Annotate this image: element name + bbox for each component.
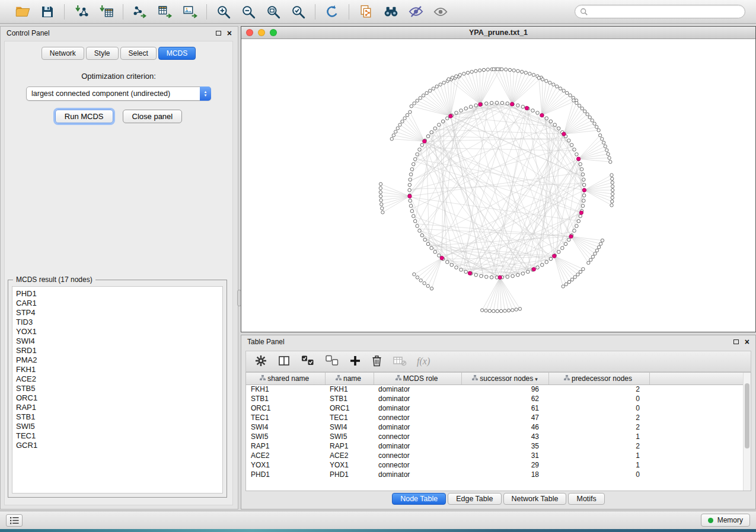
mcds-result-item[interactable]: SWI5 [16, 422, 219, 431]
zoom-in-button[interactable] [214, 2, 233, 21]
mcds-result-item[interactable]: STB1 [16, 412, 219, 422]
table-row[interactable]: PHD1PHD1dominator180 [246, 470, 745, 479]
function-builder-button[interactable]: f(x) [417, 356, 430, 367]
mcds-result-item[interactable]: STB5 [16, 384, 219, 393]
mcds-result-item[interactable]: CAR1 [16, 299, 219, 308]
column-header-name[interactable]: name [325, 373, 374, 384]
columns-icon [277, 354, 291, 367]
mcds-result-item[interactable]: SWI4 [16, 336, 219, 346]
select-all-button[interactable] [301, 354, 315, 369]
toolbar-separator [315, 4, 315, 20]
mcds-result-item[interactable]: SRD1 [16, 346, 219, 355]
show-columns-button[interactable] [277, 354, 291, 369]
hide-graphics-details-button[interactable] [406, 2, 425, 21]
search-network-button[interactable] [381, 2, 400, 21]
mcds-result-item[interactable]: GCR1 [16, 441, 219, 450]
import-table-button[interactable] [97, 2, 116, 21]
dropdown-stepper-icon: ▲▼ [200, 86, 211, 101]
table-row[interactable]: SWI5SWI5connector431 [246, 432, 745, 441]
mcds-result-item[interactable]: ORC1 [16, 393, 219, 403]
table-row[interactable]: YOX1YOX1connector291 [246, 460, 745, 470]
table-row[interactable]: FKH1FKH1dominator962 [246, 384, 745, 394]
window-close-button[interactable] [246, 29, 253, 36]
zoom-selected-button[interactable] [289, 2, 308, 21]
save-session-button[interactable] [38, 2, 57, 21]
mcds-result-item[interactable]: TEC1 [16, 431, 219, 441]
tab-motifs[interactable]: Motifs [568, 493, 604, 505]
tab-edge-table[interactable]: Edge Table [448, 493, 501, 505]
show-graphics-details-button[interactable] [431, 2, 450, 21]
mcds-result-item[interactable]: FKH1 [16, 365, 219, 374]
network-canvas[interactable] [241, 39, 755, 332]
refresh-view-button[interactable] [323, 2, 342, 21]
column-header-successor-nodes[interactable]: successor nodes▾ [461, 373, 548, 384]
table-mode-options-button[interactable] [254, 354, 267, 369]
control-panel-title: Control Panel [7, 29, 50, 37]
table-row[interactable]: TEC1TEC1connector472 [246, 413, 745, 422]
mcds-result-item[interactable]: STP4 [16, 308, 219, 318]
mcds-result-item[interactable]: YOX1 [16, 327, 219, 336]
column-type-icon [564, 375, 570, 381]
table-header-row: shared name name MCDS role successor nod… [246, 373, 745, 384]
tab-mcds[interactable]: MCDS [158, 47, 196, 60]
delete-columns-button[interactable] [371, 354, 382, 368]
window-zoom-button[interactable] [270, 29, 277, 36]
save-icon [40, 5, 55, 19]
tab-node-table[interactable]: Node Table [392, 493, 446, 505]
column-header-shared-name[interactable]: shared name [246, 373, 325, 384]
network-window-titlebar[interactable]: YPA_prune.txt_1 [241, 27, 755, 39]
show-panels-button[interactable] [6, 514, 23, 527]
close-panel-button[interactable]: Close panel [123, 110, 183, 123]
binoculars-icon [383, 4, 399, 20]
window-minimize-button[interactable] [258, 29, 265, 36]
sort-descending-icon: ▾ [535, 376, 538, 382]
search-input[interactable] [592, 8, 740, 16]
create-column-button[interactable] [349, 355, 361, 368]
tab-style[interactable]: Style [86, 47, 119, 60]
table-toolbar: f(x) [245, 351, 751, 372]
optimization-criterion-select[interactable]: largest connected component (undirected)… [26, 86, 211, 101]
tab-select[interactable]: Select [120, 47, 157, 60]
node-table: shared name name MCDS role successor nod… [245, 372, 751, 491]
table-panel: Table Panel × f(x) [241, 335, 756, 509]
export-network-button[interactable] [130, 2, 149, 21]
close-panel-icon[interactable]: × [227, 30, 232, 36]
memory-button[interactable]: Memory [701, 514, 750, 527]
mcds-result-item[interactable]: PHD1 [16, 289, 219, 299]
close-table-panel-icon[interactable]: × [745, 339, 749, 345]
tab-network-table[interactable]: Network Table [503, 493, 567, 505]
mcds-result-item[interactable]: PMA2 [16, 355, 219, 365]
search-icon [580, 8, 588, 16]
run-mcds-button[interactable]: Run MCDS [55, 110, 113, 123]
mcds-result-list[interactable]: PHD1CAR1STP4TID3YOX1SWI4SRD1PMA2FKH1ACE2… [12, 286, 223, 493]
table-row[interactable]: ACE2ACE2connector311 [246, 451, 745, 460]
table-row[interactable]: STB1STB1dominator620 [246, 394, 745, 403]
trash-icon [371, 354, 382, 367]
table-row[interactable]: SWI4SWI4dominator462 [246, 422, 745, 432]
tab-network[interactable]: Network [42, 47, 84, 60]
float-table-panel-icon[interactable] [733, 339, 739, 344]
network-graph[interactable] [241, 39, 755, 332]
mcds-result-item[interactable]: TID3 [16, 318, 219, 327]
export-image-button[interactable] [180, 2, 199, 21]
mcds-result-item[interactable]: RAP1 [16, 403, 219, 412]
zoom-fit-button[interactable] [264, 2, 283, 21]
unselect-all-button[interactable] [325, 354, 339, 369]
float-panel-icon[interactable] [216, 31, 221, 36]
table-row[interactable]: ORC1ORC1dominator610 [246, 403, 745, 413]
column-header-predecessor-nodes[interactable]: predecessor nodes [548, 373, 649, 384]
column-header-mcds-role[interactable]: MCDS role [374, 373, 461, 384]
node-table-body: FKH1FKH1dominator962STB1STB1dominator620… [246, 384, 745, 479]
table-scrollbar[interactable] [743, 373, 751, 491]
open-session-button[interactable] [13, 2, 32, 21]
hide-columns-button[interactable] [393, 354, 407, 369]
scrollbar-thumb[interactable] [745, 383, 749, 448]
table-row[interactable]: RAP1RAP1dominator352 [246, 441, 745, 451]
status-bar: Memory [0, 511, 756, 529]
network-document-button[interactable] [356, 2, 375, 21]
import-network-button[interactable] [72, 2, 91, 21]
zoom-out-button[interactable] [239, 2, 258, 21]
export-table-button[interactable] [155, 2, 174, 21]
control-panel: Control Panel × Network Style Select MCD… [0, 26, 238, 509]
mcds-result-item[interactable]: ACE2 [16, 374, 219, 384]
